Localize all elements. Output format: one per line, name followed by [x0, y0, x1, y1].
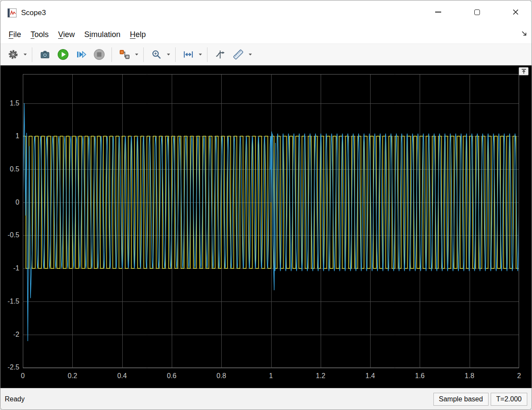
span-icon: [182, 49, 194, 60]
play-icon: [57, 49, 69, 60]
configuration-dropdown-caret[interactable]: [22, 46, 28, 63]
menu-item-simulation[interactable]: Simulation: [80, 28, 125, 41]
measurements-button[interactable]: [229, 46, 247, 63]
gear-icon: [7, 49, 19, 60]
toolbar: [0, 43, 532, 65]
y-tick-label: -2.5: [0, 363, 19, 372]
span-x-axis-dropdown-caret[interactable]: [197, 46, 204, 63]
maximize-icon: [474, 9, 480, 15]
run-button[interactable]: [54, 46, 71, 63]
panel-expand-button[interactable]: [519, 67, 529, 75]
chevron-down-icon: [248, 53, 252, 56]
trigger-button[interactable]: [211, 46, 229, 63]
y-tick-label: -1.5: [0, 297, 19, 306]
expand-up-icon: [521, 68, 527, 74]
menu-item-help[interactable]: Help: [125, 28, 151, 41]
ruler-icon: [232, 49, 244, 60]
x-tick-label: 1.8: [458, 372, 482, 380]
toolbar-separator: [175, 47, 176, 62]
x-tick-label: 1.2: [309, 372, 333, 380]
menu-item-tools[interactable]: Tools: [26, 28, 53, 41]
camera-icon: [40, 49, 50, 60]
minimize-icon: [435, 12, 441, 12]
sample-mode-indicator: Sample based: [433, 393, 489, 406]
y-tick-label: -0.5: [0, 231, 19, 239]
chevron-down-icon: [23, 53, 27, 56]
scope-app-icon: [7, 8, 17, 18]
x-tick-label: 0.2: [60, 372, 84, 380]
toolbar-separator: [111, 47, 112, 62]
plot-region: 1.510.50-0.5-1-1.5-2-2.500.20.40.60.811.…: [0, 65, 532, 388]
x-tick-label: 2: [507, 372, 531, 380]
chevron-down-icon: [167, 53, 170, 56]
step-icon: [75, 49, 87, 60]
y-tick-label: 1.5: [0, 99, 19, 108]
y-tick-label: -2: [0, 330, 19, 339]
menu-overflow-arrow-icon[interactable]: [521, 30, 527, 38]
window-title: Scope3: [21, 9, 46, 17]
status-text: Ready: [5, 395, 25, 403]
magnifier-icon: [151, 49, 162, 60]
menu-bar: FileToolsViewSimulationHelp: [0, 25, 532, 43]
measurements-dropdown-caret[interactable]: [247, 46, 254, 63]
x-tick-label: 0: [11, 372, 35, 380]
window-controls: [428, 2, 526, 22]
menu-item-file[interactable]: File: [4, 28, 26, 41]
blocks-icon: [119, 49, 130, 60]
y-tick-label: 1: [0, 132, 19, 140]
x-tick-label: 0.6: [160, 372, 184, 380]
x-tick-label: 0.4: [110, 372, 134, 380]
maximize-button[interactable]: [467, 2, 487, 22]
x-tick-label: 0.8: [209, 372, 233, 380]
chevron-down-icon: [198, 53, 202, 56]
chevron-down-icon: [135, 53, 139, 56]
highlight-simulink-block-dropdown-caret[interactable]: [133, 46, 140, 63]
step-forward-button[interactable]: [72, 46, 90, 63]
scope-canvas[interactable]: [23, 74, 519, 368]
highlight-simulink-block-button[interactable]: [116, 46, 133, 63]
x-tick-label: 1.6: [408, 372, 432, 380]
y-tick-label: 0: [0, 198, 19, 207]
stop-icon: [93, 49, 105, 60]
toolbar-separator: [207, 47, 207, 62]
title-bar: Scope3: [0, 0, 532, 25]
configuration-button[interactable]: [4, 46, 22, 63]
snapshot-button[interactable]: [36, 46, 53, 63]
x-tick-label: 1: [259, 372, 283, 380]
y-tick-label: 0.5: [0, 165, 19, 174]
toolbar-separator: [143, 47, 144, 62]
stop-button[interactable]: [90, 46, 108, 63]
zoom-button[interactable]: [148, 46, 165, 63]
status-bar: Ready Sample based T=2.000: [0, 388, 532, 410]
close-icon: [512, 9, 519, 16]
menu-item-view[interactable]: View: [53, 28, 80, 41]
status-right-group: Sample based T=2.000: [433, 393, 527, 406]
simulation-time-indicator: T=2.000: [491, 393, 527, 406]
scope-window: Scope3 FileToolsViewSimulationHelp: [0, 0, 532, 410]
trigger-icon: [214, 49, 226, 60]
y-tick-label: -1: [0, 264, 19, 273]
zoom-dropdown-caret[interactable]: [165, 46, 172, 63]
x-tick-label: 1.4: [358, 372, 382, 380]
toolbar-separator: [32, 47, 32, 62]
close-button[interactable]: [506, 2, 526, 22]
minimize-button[interactable]: [428, 2, 448, 22]
span-x-axis-button[interactable]: [179, 46, 197, 63]
